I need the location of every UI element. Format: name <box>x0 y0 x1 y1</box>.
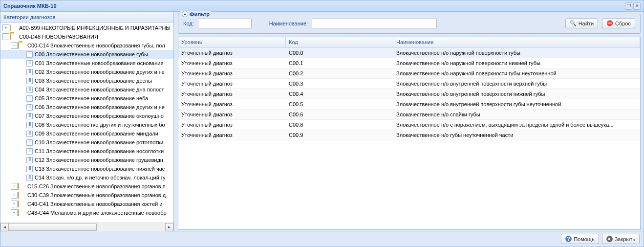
filter-legend-text: Фильтр <box>190 11 210 17</box>
tree-node[interactable]: C13 Злокачественное новообразование нижн… <box>0 164 173 173</box>
scroll-thumb[interactable] <box>9 224 97 231</box>
folder-open-icon <box>18 43 25 49</box>
grid-header-code[interactable]: Код <box>286 37 393 47</box>
expand-icon[interactable]: + <box>11 209 18 216</box>
document-icon <box>26 157 33 163</box>
filter-name-input[interactable] <box>312 19 437 28</box>
tree-scrollbar[interactable]: ◄ ► <box>0 223 173 231</box>
close-button[interactable]: ✕ Закрыть <box>602 234 640 244</box>
table-row[interactable]: Уточненный диагнозC00.4Злокачественное н… <box>178 89 640 99</box>
table-row[interactable]: Уточненный диагнозC00.2Злокачественное н… <box>178 68 640 79</box>
table-row[interactable]: Уточненный диагнозC00.8Злокачественное н… <box>178 120 640 130</box>
cell-name: Злокачественное н/о наружной поверхности… <box>393 60 640 66</box>
reset-button[interactable]: ⛔ Сброс <box>602 18 635 28</box>
cell-level: Уточненный диагноз <box>178 70 286 76</box>
tree-node-label: C43-C44 Меланома и другие злокачественны… <box>26 210 167 216</box>
tree-node[interactable]: C07 Злокачественное новообразование окол… <box>0 112 173 120</box>
close-icon[interactable]: ✕ <box>633 2 641 10</box>
tree-node[interactable]: C04 Злокачественное новообразование дна … <box>0 85 173 94</box>
tree-node[interactable]: C14 Злокач. н/о др. и неточно обознач. л… <box>0 173 173 182</box>
window: Справочник МКБ-10 ❐ ✕ Категории диагнозо… <box>0 0 644 247</box>
reset-button-label: Сброс <box>615 21 631 26</box>
tree-node-label: C05 Злокачественное новообразование неба <box>34 95 148 101</box>
cell-code: C00.6 <box>286 112 393 117</box>
collapse-icon[interactable]: − <box>2 33 9 40</box>
tree-node[interactable]: −C00-D48 НОВООБРАЗОВАНИЯ <box>0 32 173 41</box>
cell-name: Злокачественное н/о внутренней поверхнос… <box>393 101 640 107</box>
tree-node[interactable]: −C00-C14 Злокачественные новообразования… <box>0 41 173 50</box>
table-row[interactable]: Уточненный диагнозC00.5Злокачественное н… <box>178 99 640 110</box>
document-icon <box>26 166 33 172</box>
cell-code: C00.0 <box>286 50 393 56</box>
document-icon <box>26 69 33 75</box>
cell-name: Злокачественное н/о наружной поверхности… <box>393 50 640 56</box>
tree-node[interactable]: C01 Злокачественные новообразования осно… <box>0 59 173 67</box>
scroll-track[interactable] <box>9 223 165 231</box>
tree-node[interactable]: +C15-C26 Злокачественные новообразования… <box>0 182 173 191</box>
grid-headers: Уровень Код Наименование <box>178 37 640 48</box>
restore-icon[interactable]: ❐ <box>625 2 632 10</box>
table-row[interactable]: Уточненный диагнозC00.0Злокачественное н… <box>178 48 640 58</box>
tree-node[interactable]: C00 Злокачественное новообразование губы <box>0 50 173 59</box>
tree-node-label: C11 Злокачественное новообразование носо… <box>34 148 164 154</box>
tree-node[interactable]: +C30-C39 Злокачественные новообразования… <box>0 191 173 200</box>
expand-icon[interactable]: + <box>11 192 18 199</box>
filter-row: Код: Наименование: 🔍 Найти ⛔ Сброс <box>183 18 635 28</box>
tree-node[interactable]: C09 Злокачественное новообразование минд… <box>0 129 173 138</box>
tree-header: Категории диагнозов <box>0 12 173 22</box>
table-row[interactable]: Уточненный диагнозC00.3Злокачественное н… <box>178 79 640 89</box>
expand-icon[interactable]: + <box>11 183 18 190</box>
tree-node-label: C08 Злокачественное н/о других и неуточн… <box>34 122 165 128</box>
tree-node[interactable]: +A00-B99 НЕКОТОРЫЕ ИНФЕКЦИОННЫЕ И ПАРАЗИ… <box>0 23 173 32</box>
tree-node-label: C00-D48 НОВООБРАЗОВАНИЯ <box>18 34 98 40</box>
right-panel: ▲ Фильтр Код: Наименование: 🔍 Найти <box>174 12 644 231</box>
table-row[interactable]: Уточненный диагнозC00.6Злокачественное н… <box>178 110 640 120</box>
tree-node[interactable]: +C40-C41 Злокачественные новообразования… <box>0 200 173 208</box>
table-row[interactable]: Уточненный диагнозC00.9Злокачественное н… <box>178 130 640 140</box>
footer: ? Помощь ✕ Закрыть <box>0 231 644 247</box>
cell-level: Уточненный диагноз <box>178 81 286 87</box>
grid-body[interactable]: Уточненный диагнозC00.0Злокачественное н… <box>178 48 640 229</box>
tree-spacer <box>19 112 26 119</box>
tree-node[interactable]: C03 Злокачественное новообразование десн… <box>0 76 173 85</box>
tree-node[interactable]: +C43-C44 Меланома и другие злокачественн… <box>0 208 173 217</box>
tree-node-label: C15-C26 Злокачественные новообразования … <box>26 183 166 189</box>
tree-node-label: C09 Злокачественное новообразование минд… <box>34 131 158 136</box>
document-icon <box>26 148 33 155</box>
table-row[interactable]: Уточненный диагнозC00.1Злокачественное н… <box>178 58 640 68</box>
scroll-left-icon[interactable]: ◄ <box>0 223 9 231</box>
tree-node-label: C12 Злокачественное новообразование груш… <box>34 157 163 163</box>
filter-code-input[interactable] <box>198 19 252 28</box>
tree-body[interactable]: +A00-B99 НЕКОТОРЫЕ ИНФЕКЦИОННЫЕ И ПАРАЗИ… <box>0 22 173 223</box>
expand-icon[interactable]: + <box>11 201 18 207</box>
tree-spacer <box>19 165 26 172</box>
tree-node-label: C14 Злокач. н/о др. и неточно обознач. л… <box>34 175 165 180</box>
tree-spacer <box>19 51 26 58</box>
tree-node-label: C10 Злокачественное новообразование рото… <box>34 139 163 145</box>
tree-node[interactable]: C12 Злокачественное новообразование груш… <box>0 156 173 164</box>
document-icon <box>26 51 33 58</box>
help-button[interactable]: ? Помощь <box>561 234 599 244</box>
tree-node[interactable]: C11 Злокачественное новообразование носо… <box>0 147 173 156</box>
grid-header-name[interactable]: Наименование <box>393 37 640 47</box>
grid-header-level[interactable]: Уровень <box>178 37 286 47</box>
tree-node[interactable]: C05 Злокачественное новообразование неба <box>0 94 173 103</box>
collapse-icon[interactable]: − <box>11 42 18 49</box>
expand-icon[interactable]: + <box>2 24 9 31</box>
collapse-icon[interactable]: ▲ <box>182 11 188 17</box>
window-body: Категории диагнозов +A00-B99 НЕКОТОРЫЕ И… <box>0 12 644 247</box>
document-icon <box>26 131 33 137</box>
tree-spacer <box>19 95 26 102</box>
tree-node[interactable]: C06 Злокачественное новообразование друг… <box>0 103 173 112</box>
scroll-right-icon[interactable]: ► <box>165 223 173 231</box>
tree-node[interactable]: C02 Злокачественное новообразование друг… <box>0 67 173 76</box>
document-icon <box>26 87 33 93</box>
tree-panel: Категории диагнозов +A00-B99 НЕКОТОРЫЕ И… <box>0 12 174 231</box>
tree-node[interactable]: C08 Злокачественное н/о других и неуточн… <box>0 120 173 129</box>
search-button[interactable]: 🔍 Найти <box>565 18 598 28</box>
tree-node[interactable]: C10 Злокачественное новообразование рото… <box>0 138 173 147</box>
filter-fieldset: ▲ Фильтр Код: Наименование: 🔍 Найти <box>178 14 641 34</box>
cell-name: Злокачественное н/о губы неуточненной ча… <box>393 132 640 138</box>
tree-node-label: C02 Злокачественное новообразование друг… <box>34 69 165 75</box>
tree-spacer <box>19 148 26 155</box>
